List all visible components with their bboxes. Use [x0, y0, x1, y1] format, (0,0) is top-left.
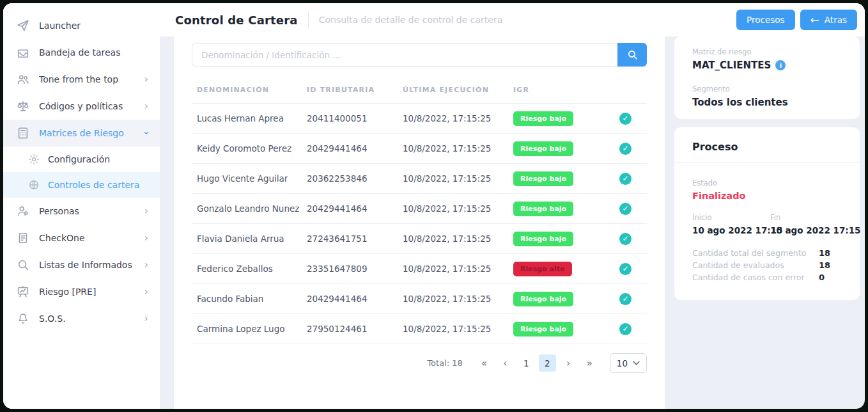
igr-badge: Riesgo bajo: [513, 171, 573, 186]
next-page-button[interactable]: ›: [560, 354, 577, 372]
cell-ultima-ejecucion: 10/8/2022, 17:15:25: [398, 203, 508, 214]
igr-badge: Riesgo alto: [513, 262, 572, 276]
matrix-label: Matriz de riesgo: [692, 47, 842, 56]
procesos-button[interactable]: Procesos: [736, 10, 794, 30]
matrix-value: MAT_CLIENTES: [692, 59, 771, 71]
cell-denominacion: Facundo Fabian: [192, 294, 302, 304]
chart-board-icon: [16, 285, 30, 299]
title-divider: [308, 12, 309, 28]
table-row[interactable]: Facundo Fabian2042944146410/8/2022, 17:1…: [192, 284, 647, 314]
sidebar-item-bandeja-de-tareas[interactable]: Bandeja de tareas: [3, 39, 160, 66]
cell-ultima-ejecucion: 10/8/2022, 17:15:25: [398, 113, 508, 123]
check-circle-icon: ✓: [619, 173, 632, 185]
table-row[interactable]: Keidy Coromoto Perez2042944146410/8/2022…: [192, 134, 647, 164]
page-subtitle: Consulta de detalle de control de carter…: [319, 15, 503, 25]
page-button-2[interactable]: 2: [539, 354, 556, 372]
process-card: Proceso Estado Finalizado Inicio 10 ago …: [674, 127, 860, 300]
last-page-button[interactable]: »: [581, 354, 598, 372]
cell-id-tributaria: 27950124461: [302, 324, 398, 334]
fin-label: Fin: [770, 213, 860, 222]
cell-ultima-ejecucion: 10/8/2022, 17:15:25: [398, 324, 508, 334]
search-icon: [16, 258, 30, 272]
process-stat-row: Cantidad de evaluados18: [692, 260, 842, 270]
info-icon[interactable]: i: [775, 60, 786, 70]
igr-badge: Riesgo bajo: [513, 111, 573, 126]
atras-button[interactable]: ← Atras: [800, 10, 857, 30]
cell-denominacion: Gonzalo Leandro Nunez: [192, 203, 302, 214]
process-stat-row: Cantidad total del segmento18: [692, 248, 842, 258]
sidebar-item-label: Listas de Informados: [39, 260, 144, 270]
table-row[interactable]: Carmina Lopez Lugo2795012446110/8/2022, …: [192, 314, 647, 344]
scales-icon: [16, 99, 30, 113]
cell-id-tributaria: 20429441464: [302, 143, 398, 154]
cell-ultima-ejecucion: 10/8/2022, 17:15:25: [398, 143, 508, 154]
sidebar-item-tone-from-the-top[interactable]: Tone from the top›: [3, 66, 160, 93]
table-row[interactable]: Federico Zeballos2335164780910/8/2022, 1…: [192, 254, 647, 284]
estado-value: Finalizado: [692, 191, 842, 201]
table-header: DENOMINACIÓN ID TRIBUTARIA ÚLTIMA EJECUC…: [192, 86, 647, 104]
sidebar-item-label: Códigos y políticas: [39, 101, 144, 111]
sidebar-item-matrices-de-riesgo[interactable]: Matrices de Riesgo›: [3, 120, 160, 147]
check-circle-icon: ✓: [619, 233, 632, 245]
stat-value: 0: [819, 273, 842, 282]
process-stat-row: Cantidad de casos con error0: [692, 273, 842, 282]
paper-plane-icon: [16, 19, 30, 33]
table-row[interactable]: Gonzalo Leandro Nunez2042944146410/8/202…: [192, 194, 647, 224]
chevron-right-icon: ›: [144, 206, 148, 216]
sidebar-item-launcher[interactable]: Launcher: [3, 12, 160, 39]
sidebar-subitem-configuraci-n[interactable]: Configuración: [3, 147, 160, 172]
table-row[interactable]: Lucas Hernan Aprea2041140005110/8/2022, …: [192, 104, 647, 134]
stat-value: 18: [819, 248, 842, 258]
sidebar-item-checkone[interactable]: CheckOne›: [3, 225, 160, 251]
sidebar-item-riesgo-pre[interactable]: Riesgo [PRE]›: [3, 278, 160, 305]
check-circle-icon: ✓: [619, 143, 632, 155]
search-button[interactable]: [617, 43, 647, 67]
chevron-right-icon: ›: [144, 260, 148, 270]
prev-page-button[interactable]: ‹: [497, 354, 514, 372]
inicio-label: Inicio: [692, 213, 770, 222]
sidebar-item-c-digos-y-pol-ticas[interactable]: Códigos y políticas›: [3, 93, 160, 120]
process-stats: Cantidad total del segmento18Cantidad de…: [692, 248, 842, 282]
igr-badge: Riesgo bajo: [513, 232, 573, 246]
search-input[interactable]: [192, 43, 617, 67]
igr-badge: Riesgo bajo: [513, 292, 573, 306]
app-window: LauncherBandeja de tareasTone from the t…: [3, 3, 865, 409]
table-row[interactable]: Flavia Daniela Arrua2724364175110/8/2022…: [192, 224, 647, 254]
matrix-info-card: Matriz de riesgo MAT_CLIENTES i Segmento…: [674, 36, 860, 119]
first-page-button[interactable]: «: [476, 354, 493, 372]
page-size-select[interactable]: 10: [610, 353, 647, 373]
page-button-1[interactable]: 1: [518, 354, 535, 372]
cell-denominacion: Lucas Hernan Aprea: [192, 113, 302, 123]
cell-id-tributaria: 20429441464: [302, 203, 398, 214]
sidebar-item-label: Personas: [39, 206, 144, 216]
fin-value: 10 ago 2022 17:15: [770, 225, 860, 235]
chevron-down-icon: ›: [141, 131, 151, 135]
cell-id-tributaria: 20411400051: [302, 113, 398, 123]
search-icon: [627, 49, 638, 60]
sidebar-item-label: Bandeja de tareas: [39, 47, 148, 58]
check-circle-icon: ✓: [619, 263, 632, 275]
segment-label: Segmento: [692, 84, 842, 93]
sidebar-item-label: S.O.S.: [39, 313, 144, 324]
chevron-right-icon: ›: [144, 74, 148, 84]
topbar: Control de Cartera Consulta de detalle d…: [160, 3, 865, 36]
estado-label: Estado: [692, 178, 842, 187]
cell-denominacion: Carmina Lopez Lugo: [192, 324, 302, 334]
table-row[interactable]: Hugo Vicente Aguilar2036225384610/8/2022…: [192, 164, 647, 194]
cell-ultima-ejecucion: 10/8/2022, 17:15:25: [398, 294, 508, 304]
sidebar-item-personas[interactable]: Personas›: [3, 198, 160, 225]
inicio-value: 10 ago 2022 17:15: [692, 225, 770, 235]
sidebar-subitem-controles-de-cartera[interactable]: Controles de cartera: [3, 172, 160, 198]
pagination-total: Total: 18: [427, 358, 462, 368]
bell-icon: [16, 312, 30, 326]
chevron-right-icon: ›: [144, 287, 148, 297]
cell-denominacion: Federico Zeballos: [192, 264, 302, 274]
gear-icon: [27, 153, 40, 166]
main-panel: DENOMINACIÓN ID TRIBUTARIA ÚLTIMA EJECUC…: [174, 36, 665, 409]
sidebar-item-s-o-s[interactable]: S.O.S.›: [3, 305, 160, 332]
igr-badge: Riesgo bajo: [513, 141, 573, 156]
column-header: DENOMINACIÓN: [192, 86, 302, 94]
column-header: IGR: [508, 86, 604, 94]
sidebar-item-listas-de-informados[interactable]: Listas de Informados›: [3, 251, 160, 278]
process-title: Proceso: [674, 127, 860, 162]
